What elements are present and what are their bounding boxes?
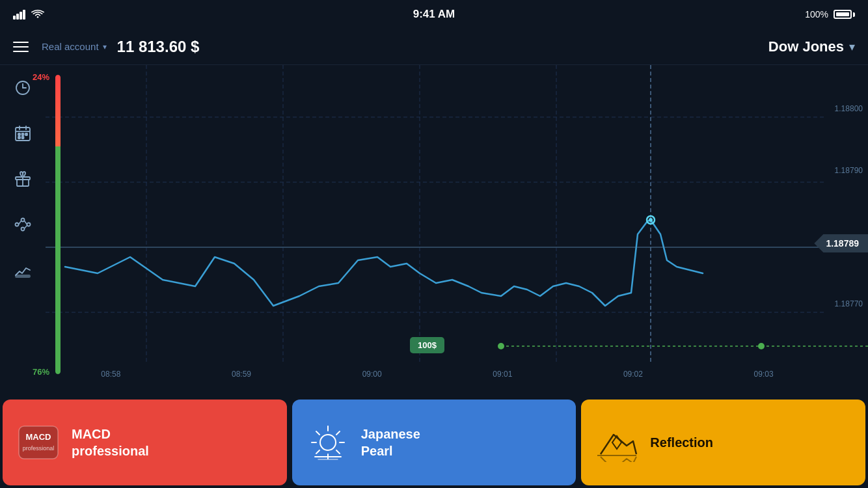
card-japanese-pearl-label: Japanese Pearl	[361, 426, 420, 459]
progress-green-fill	[55, 146, 61, 374]
svg-rect-0	[13, 16, 16, 20]
y-label-1: 1.18800	[835, 104, 863, 113]
y-label-2: 1.18790	[835, 166, 863, 175]
trade-label: 100$	[410, 337, 444, 353]
svg-rect-12	[18, 137, 20, 139]
progress-red-pct: 24%	[33, 72, 49, 82]
sidebar	[0, 65, 46, 293]
x-axis: 08:58 08:59 09:00 09:01 09:02 09:03	[46, 370, 829, 379]
svg-point-20	[21, 228, 25, 231]
progress-track	[55, 75, 61, 374]
svg-line-52	[316, 450, 319, 454]
market-section[interactable]: Dow Jones ▾	[768, 38, 855, 55]
svg-rect-11	[25, 133, 27, 135]
svg-text:MACD: MACD	[26, 432, 51, 442]
svg-line-21	[19, 221, 21, 225]
sidebar-item-gift[interactable]	[0, 156, 46, 202]
account-chevron-icon: ▾	[103, 42, 107, 51]
x-label-4: 09:02	[623, 370, 643, 379]
svg-point-18	[21, 219, 25, 222]
svg-rect-3	[23, 10, 25, 20]
card-macd-label: MACD professional	[72, 426, 149, 459]
svg-point-40	[649, 218, 653, 222]
x-label-5: 09:03	[754, 370, 774, 379]
battery-pct: 100%	[805, 9, 828, 20]
sidebar-item-signals[interactable]	[0, 202, 46, 247]
reflection-icon	[594, 420, 640, 465]
svg-rect-24	[16, 275, 30, 277]
price-tag: 1.18789	[814, 234, 868, 252]
x-label-1: 08:59	[232, 370, 251, 379]
svg-point-37	[498, 343, 504, 349]
svg-line-50	[336, 450, 340, 454]
card-reflection[interactable]: Reflection	[581, 400, 865, 485]
signal-icon	[13, 9, 26, 20]
chart-svg	[46, 65, 868, 384]
account-section[interactable]: Real account ▾	[42, 41, 107, 52]
status-right: 100%	[805, 9, 855, 20]
svg-rect-9	[18, 133, 20, 135]
svg-line-49	[316, 431, 319, 435]
svg-line-22	[25, 221, 27, 225]
x-label-3: 09:01	[493, 370, 512, 379]
svg-text:professional: professional	[23, 445, 55, 452]
svg-rect-13	[22, 137, 24, 139]
svg-rect-2	[20, 12, 22, 20]
sidebar-item-calendar[interactable]	[0, 111, 46, 156]
market-chevron-icon: ▾	[849, 40, 855, 54]
status-left	[13, 9, 44, 20]
header: Real account ▾ 11 813.60 $ Dow Jones ▾	[0, 29, 868, 65]
svg-line-51	[336, 431, 340, 435]
wifi-icon	[31, 9, 44, 20]
svg-point-38	[758, 343, 765, 349]
progress-green-pct: 76%	[33, 367, 49, 377]
market-name: Dow Jones	[768, 38, 844, 55]
progress-red-fill	[55, 75, 61, 146]
bottom-cards: MACD professional MACD professional	[0, 397, 868, 488]
svg-point-17	[16, 223, 19, 226]
x-label-0: 08:58	[101, 370, 120, 379]
sidebar-item-chart[interactable]	[0, 247, 46, 293]
svg-point-19	[27, 223, 31, 226]
svg-rect-1	[16, 14, 19, 20]
balance-display: 11 813.60 $	[117, 38, 200, 56]
card-macd[interactable]: MACD professional MACD professional	[3, 400, 287, 485]
progress-bar: 24% 76%	[52, 75, 64, 374]
battery-icon	[834, 10, 855, 19]
svg-point-44	[320, 435, 336, 450]
macd-icon: MACD professional	[16, 420, 61, 465]
y-label-4: 1.18770	[835, 299, 863, 308]
svg-rect-10	[22, 133, 24, 135]
svg-rect-41	[19, 426, 58, 459]
account-label: Real account	[42, 41, 99, 52]
status-bar: 9:41 AM 100%	[0, 0, 868, 29]
chart-area: 1.18800 1.18790 1.18780 1.18770 1.18789 …	[46, 65, 868, 384]
card-reflection-label: Reflection	[650, 434, 713, 451]
x-label-2: 09:00	[362, 370, 382, 379]
status-time: 9:41 AM	[413, 8, 455, 21]
card-japanese-pearl[interactable]: Japanese Pearl	[292, 400, 576, 485]
hamburger-button[interactable]	[13, 42, 29, 52]
svg-line-23	[25, 226, 27, 229]
japanese-pearl-icon	[305, 420, 351, 465]
